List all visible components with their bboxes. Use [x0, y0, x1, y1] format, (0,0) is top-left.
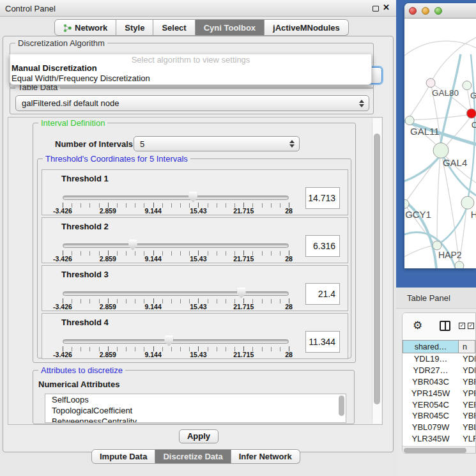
node-gal80[interactable] — [426, 79, 435, 88]
dropdown-option-equal-width-frequency[interactable]: Equal Width/Frequency Discretization — [12, 73, 150, 83]
threshold-4-panel: Threshold 4 -3.426 2.859 9.144 15. — [42, 313, 348, 359]
minimize-traffic-light[interactable] — [422, 7, 429, 15]
slider-scale: -3.426 2.859 9.144 15.43 21.715 28 — [63, 351, 289, 358]
threshold-2-panel: Threshold 2 -3.426 2.859 9.144 15. — [42, 217, 348, 263]
slider-track[interactable] — [63, 291, 289, 296]
network-canvas[interactable]: GAL80 G GAL11 C GAL4 GCY1 H HAP2 — [404, 19, 476, 268]
threshold-3-label: Threshold 3 — [61, 270, 109, 279]
slider-thumb[interactable] — [188, 192, 197, 203]
tab-select[interactable]: Select — [153, 19, 195, 36]
table-row[interactable]: YPR145WYPR1 — [403, 387, 475, 399]
tab-discretize-data[interactable]: Discretize Data — [155, 449, 231, 464]
list-item[interactable]: BetweennessCentrality — [45, 416, 346, 423]
node-label: C — [472, 120, 476, 130]
control-panel-window: Control Panel ✕ Network Style Select Cyn… — [0, 0, 396, 476]
slider-track[interactable] — [63, 339, 289, 344]
node-gal11[interactable] — [405, 116, 414, 125]
slider-scale: -3.426 2.859 9.144 15.43 21.715 28 — [63, 207, 289, 215]
node-gcy1[interactable] — [404, 199, 409, 208]
tab-jactivemnodules[interactable]: jActiveMNodules — [265, 19, 349, 36]
network-nodes[interactable] — [404, 79, 476, 268]
table-body: YDL19…YDL1 YDR27…YDR2 YBR043CYBR0 YPR145… — [403, 353, 475, 446]
number-of-intervals-label: Number of Intervals — [55, 139, 133, 149]
gear-icon[interactable]: ⚙ — [413, 319, 422, 332]
node-label: GAL80 — [432, 88, 459, 98]
window-title: Control Panel — [5, 4, 56, 13]
table-row[interactable]: YBR045CYBR0 — [403, 410, 475, 422]
table-data-group: Table Data galFiltered.sif default node — [10, 87, 374, 114]
threshold-4-value[interactable]: 11.344 — [305, 331, 340, 353]
node-top-right[interactable] — [463, 81, 472, 90]
tab-cyni-toolbox[interactable]: Cyni Toolbox — [196, 19, 265, 36]
interval-definition-group: Interval Definition Number of Intervals … — [33, 123, 356, 363]
slider-track[interactable] — [63, 196, 289, 200]
checkbox-icon[interactable]: ✓ — [459, 323, 465, 329]
apply-button[interactable]: Apply — [179, 429, 219, 443]
number-of-intervals-combobox[interactable]: 5 — [134, 136, 300, 151]
algorithm-dropdown-popup: Select algorithm to view settings Manual… — [10, 54, 372, 85]
slider-thumb[interactable] — [128, 240, 137, 250]
close-traffic-light[interactable] — [409, 7, 417, 15]
numerical-attributes-label: Numerical Attributes — [38, 380, 119, 389]
column-header-shared-name[interactable]: shared… — [403, 340, 459, 353]
checkbox-icon[interactable]: ✓ — [468, 323, 474, 329]
tab-impute-data[interactable]: Impute Data — [91, 449, 155, 464]
table-horizontal-scrollbar[interactable] — [403, 446, 475, 454]
node-gal4[interactable] — [433, 143, 449, 158]
node-right-mid[interactable] — [461, 196, 474, 209]
tab-network[interactable]: Network — [54, 19, 116, 36]
table-row[interactable]: YER054CYER0 — [403, 399, 475, 410]
list-item[interactable]: SelfLoops — [45, 394, 346, 405]
node-label: GCY1 — [405, 209, 431, 220]
thresholds-group-label: Threshold's Coordinates for 5 Intervals — [43, 154, 190, 164]
node-label: G — [470, 91, 476, 100]
scrollbar-thumb[interactable] — [374, 134, 380, 404]
threshold-2-slider[interactable] — [63, 241, 289, 251]
table-row[interactable]: YDL19…YDL1 — [403, 353, 475, 365]
threshold-3-value[interactable]: 21.4 — [305, 283, 340, 305]
column-header-name[interactable]: n — [459, 340, 475, 353]
table-row[interactable]: YDR27…YDR2 — [403, 365, 475, 376]
settings-vertical-scrollbar[interactable] — [372, 118, 381, 424]
table-row[interactable]: YBR043CYBR0 — [403, 376, 475, 388]
discretization-algorithm-label: Discretization Algorithm — [15, 38, 107, 48]
threshold-3-slider[interactable] — [63, 289, 289, 299]
list-item[interactable]: TopologicalCoefficient — [45, 405, 346, 416]
attributes-list[interactable]: SelfLoops TopologicalCoefficient Between… — [45, 394, 346, 423]
float-window-icon[interactable] — [372, 6, 379, 12]
cyni-toolbox-panel: Discretization Algorithm Select algorith… — [3, 36, 394, 452]
network-node-labels: GAL80 G GAL11 C GAL4 GCY1 H HAP2 — [405, 88, 476, 260]
cyni-bottom-tabs: Impute Data Discretize Data Infer Networ… — [91, 449, 300, 464]
split-view-icon[interactable] — [440, 321, 450, 331]
table-data-selected: galFiltered.sif default node — [22, 98, 119, 108]
node-label: HAP2 — [438, 250, 462, 260]
attributes-list-scrollbar[interactable] — [339, 395, 344, 416]
node-label: GAL4 — [443, 157, 467, 168]
table-panel-header: Table Panel — [396, 288, 476, 309]
node-hap2[interactable] — [433, 241, 441, 250]
tab-infer-network[interactable]: Infer Network — [231, 449, 300, 464]
scrollbar-thumb[interactable] — [404, 448, 466, 453]
threshold-1-value[interactable]: 14.713 — [305, 187, 340, 209]
thresholds-group: Threshold's Coordinates for 5 Intervals … — [37, 158, 351, 358]
slider-thumb[interactable] — [237, 288, 246, 298]
node-label: H — [471, 209, 476, 220]
threshold-4-label: Threshold 4 — [61, 318, 109, 327]
node-red-selected[interactable] — [466, 109, 476, 118]
tab-style[interactable]: Style — [116, 19, 153, 36]
threshold-1-panel: Threshold 1 -3.426 2.859 9.144 15. — [42, 169, 348, 215]
threshold-2-value[interactable]: 6.316 — [305, 235, 340, 257]
threshold-1-slider[interactable] — [63, 193, 289, 203]
threshold-4-slider[interactable] — [63, 337, 289, 347]
slider-thumb[interactable] — [164, 335, 173, 346]
zoom-traffic-light[interactable] — [434, 7, 442, 15]
table-row[interactable]: YBL079WYBL0 — [403, 422, 475, 433]
close-icon[interactable]: ✕ — [383, 3, 390, 12]
threshold-2-label: Threshold 2 — [61, 222, 109, 231]
node-bottom-partial[interactable] — [455, 261, 464, 268]
tab-label: Network — [75, 23, 107, 33]
table-row[interactable]: YLR345WYLR3 — [403, 433, 475, 445]
dropdown-option-manual-discretization[interactable]: Manual Discretization — [12, 63, 97, 73]
slider-track[interactable] — [63, 243, 289, 248]
table-data-combobox[interactable]: galFiltered.sif default node — [15, 95, 369, 111]
